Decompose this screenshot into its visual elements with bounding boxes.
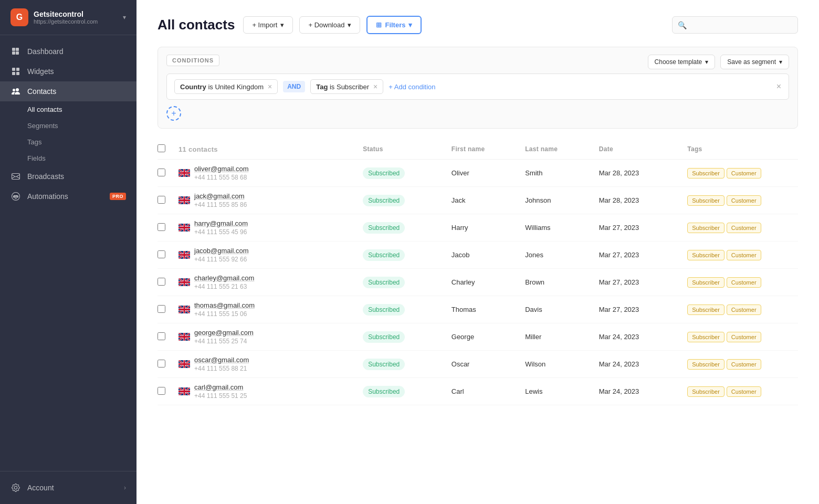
table-row[interactable]: oscar@gmail.com +44 111 555 88 21 Subscr… <box>158 351 798 378</box>
contact-email[interactable]: harry@gmail.com <box>194 219 248 227</box>
tag-badge: Customer <box>727 168 761 178</box>
svg-rect-2 <box>12 72 15 75</box>
status-badge: Subscribed <box>363 359 405 370</box>
tag-badge: Customer <box>727 304 761 315</box>
auto-icon <box>10 192 21 201</box>
search-input[interactable] <box>672 16 798 34</box>
svg-rect-3 <box>16 72 19 75</box>
download-button[interactable]: + Download ▾ <box>299 16 360 34</box>
firstname-cell: Thomas <box>452 306 525 313</box>
row-check <box>158 196 178 205</box>
row-check <box>158 169 178 178</box>
sidebar-item-widgets[interactable]: Widgets <box>0 61 136 81</box>
choose-template-button[interactable]: Choose template ▾ <box>648 55 716 69</box>
status-cell: Subscribed <box>363 195 452 206</box>
contact-email[interactable]: jacob@gmail.com <box>194 247 249 255</box>
table-row[interactable]: carl@gmail.com +44 111 555 51 25 Subscri… <box>158 378 798 405</box>
contact-info: oliver@gmail.com +44 111 555 58 68 <box>194 165 249 181</box>
brand-name: Getsitecontrol <box>34 10 123 18</box>
contact-email[interactable]: oscar@gmail.com <box>194 356 249 364</box>
row-checkbox[interactable] <box>158 169 165 176</box>
row-checkbox[interactable] <box>158 196 165 204</box>
row-checkbox[interactable] <box>158 387 165 395</box>
conditions-row: Country is United Kingdom × AND Tag is S… <box>166 74 789 100</box>
page-header: All contacts + Import ▾ + Download ▾ ⊞ F… <box>158 16 798 34</box>
tag-badge: Subscriber <box>687 359 724 370</box>
email-cell: carl@gmail.com +44 111 555 51 25 <box>178 383 363 400</box>
sidebar-item-broadcasts[interactable]: Broadcasts <box>0 166 136 186</box>
email-icon <box>10 172 21 181</box>
close-conditions-button[interactable]: × <box>776 82 781 91</box>
tags-cell: SubscriberCustomer <box>687 250 798 260</box>
contact-email[interactable]: george@gmail.com <box>194 329 254 337</box>
sidebar-item-all-contacts[interactable]: All contacts <box>0 101 136 118</box>
lastname-cell: Williams <box>525 224 598 232</box>
remove-condition-1[interactable]: × <box>268 82 272 91</box>
row-check <box>158 305 178 314</box>
contact-email[interactable]: oliver@gmail.com <box>194 165 249 173</box>
firstname-cell: Carl <box>452 387 525 395</box>
sidebar-item-segments[interactable]: Segments <box>0 118 136 134</box>
status-cell: Subscribed <box>363 222 452 234</box>
tag-badge: Subscriber <box>687 277 724 288</box>
tags-cell: SubscriberCustomer <box>687 277 798 288</box>
contact-email[interactable]: charley@gmail.com <box>194 274 254 282</box>
add-condition-row-button[interactable]: + <box>166 106 181 121</box>
select-all-checkbox[interactable] <box>158 144 165 152</box>
sidebar-item-contacts[interactable]: Contacts <box>0 81 136 101</box>
contact-info: oscar@gmail.com +44 111 555 88 21 <box>194 356 249 372</box>
save-as-segment-button[interactable]: Save as segment ▾ <box>720 55 789 69</box>
sidebar-item-account[interactable]: Account › <box>0 478 136 498</box>
contact-email[interactable]: jack@gmail.com <box>194 192 247 200</box>
tag-badge: Subscriber <box>687 168 724 178</box>
contact-email[interactable]: carl@gmail.com <box>194 383 247 391</box>
sidebar-item-tags[interactable]: Tags <box>0 134 136 150</box>
import-button[interactable]: + Import ▾ <box>243 16 293 34</box>
condition-country[interactable]: Country is United Kingdom × <box>174 79 278 94</box>
status-cell: Subscribed <box>363 167 452 179</box>
contacts-table: 11 contacts Status First name Last name … <box>158 139 798 405</box>
tag-badge: Customer <box>727 386 761 397</box>
table-row[interactable]: jack@gmail.com +44 111 555 85 86 Subscri… <box>158 187 798 214</box>
row-checkbox[interactable] <box>158 223 165 231</box>
tag-badge: Customer <box>727 195 761 206</box>
row-checkbox[interactable] <box>158 278 165 286</box>
contact-info: harry@gmail.com +44 111 555 45 96 <box>194 219 248 236</box>
remove-condition-2[interactable]: × <box>373 82 377 91</box>
brand-url: https://getsitecontrol.com <box>34 18 123 25</box>
table-row[interactable]: charley@gmail.com +44 111 555 21 63 Subs… <box>158 269 798 296</box>
table-row[interactable]: george@gmail.com +44 111 555 25 74 Subsc… <box>158 323 798 351</box>
tag-badge: Customer <box>727 332 761 342</box>
sidebar-item-label: Automations <box>27 192 68 201</box>
row-checkbox[interactable] <box>158 250 165 258</box>
sidebar-header[interactable]: G Getsitecontrol https://getsitecontrol.… <box>0 0 136 35</box>
condition-tag[interactable]: Tag is Subscriber × <box>310 79 383 94</box>
main-panel: All contacts + Import ▾ + Download ▾ ⊞ F… <box>136 0 819 504</box>
contact-info: carl@gmail.com +44 111 555 51 25 <box>194 383 247 400</box>
contact-email[interactable]: thomas@gmail.com <box>194 301 255 309</box>
add-condition-button[interactable]: + Add condition <box>388 83 435 91</box>
table-row[interactable]: thomas@gmail.com +44 111 555 15 06 Subsc… <box>158 296 798 323</box>
sidebar-item-fields[interactable]: Fields <box>0 150 136 166</box>
email-cell: charley@gmail.com +44 111 555 21 63 <box>178 274 363 290</box>
status-cell: Subscribed <box>363 304 452 316</box>
table-row[interactable]: jacob@gmail.com +44 111 555 92 66 Subscr… <box>158 242 798 269</box>
firstname-cell: Oscar <box>452 360 525 368</box>
row-checkbox[interactable] <box>158 332 165 340</box>
row-checkbox[interactable] <box>158 305 165 313</box>
date-cell: Mar 27, 2023 <box>599 224 688 232</box>
table-row[interactable]: harry@gmail.com +44 111 555 45 96 Subscr… <box>158 214 798 242</box>
email-cell: harry@gmail.com +44 111 555 45 96 <box>178 219 363 236</box>
sidebar-item-automations[interactable]: Automations PRO <box>0 186 136 206</box>
table-row[interactable]: oliver@gmail.com +44 111 555 58 68 Subsc… <box>158 160 798 187</box>
tags-cell: SubscriberCustomer <box>687 332 798 342</box>
filter-icon: ⊞ <box>376 21 382 29</box>
contact-info: thomas@gmail.com +44 111 555 15 06 <box>194 301 255 318</box>
row-checkbox[interactable] <box>158 360 165 368</box>
date-cell: Mar 24, 2023 <box>599 387 688 395</box>
email-cell: thomas@gmail.com +44 111 555 15 06 <box>178 301 363 318</box>
uk-flag-icon <box>178 278 190 286</box>
chevron-down-icon: ▾ <box>348 21 351 29</box>
sidebar-item-dashboard[interactable]: Dashboard <box>0 41 136 61</box>
filters-button[interactable]: ⊞ Filters ▾ <box>366 16 422 34</box>
